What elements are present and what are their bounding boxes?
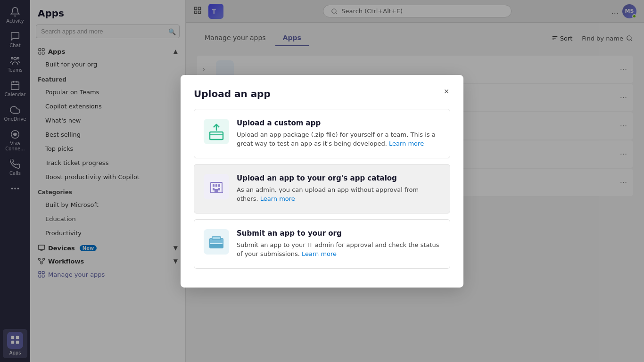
modal-option-custom-app-desc: Upload an app package (.zip file) for yo… [237, 130, 440, 148]
modal-option-custom-app[interactable]: Upload a custom app Upload an app packag… [194, 109, 450, 158]
modal-option-org-catalog-content: Upload an app to your org's app catalog … [237, 174, 440, 204]
svg-rect-64 [210, 244, 223, 248]
modal-option-org-catalog-desc: As an admin, you can upload an app witho… [237, 185, 440, 204]
svg-rect-56 [218, 184, 220, 187]
modal-option-submit-app-desc: Submit an app to your IT admin for appro… [237, 240, 440, 259]
modal-title: Upload an app [194, 88, 450, 99]
modal-option-custom-app-content: Upload a custom app Upload an app packag… [237, 119, 440, 148]
modal-option-submit-app-content: Submit an app to your org Submit an app … [237, 229, 440, 259]
svg-rect-54 [213, 184, 215, 187]
modal-option-org-catalog[interactable]: Upload an app to your org's app catalog … [194, 164, 450, 214]
modal-option-custom-app-title: Upload a custom app [237, 119, 440, 127]
modal-option2-learn-more-link[interactable]: Learn more [260, 195, 295, 202]
submit-app-icon [204, 229, 229, 255]
svg-rect-58 [218, 188, 220, 190]
upload-org-icon [204, 174, 229, 199]
svg-rect-59 [215, 189, 218, 193]
svg-rect-57 [213, 188, 215, 190]
modal-option3-learn-more-link[interactable]: Learn more [302, 250, 337, 257]
modal-close-button[interactable]: × [439, 84, 454, 99]
modal-option1-learn-more-link[interactable]: Learn more [389, 140, 424, 147]
upload-app-modal: Upload an app × Upload a custom app [181, 75, 463, 288]
modal-overlay[interactable]: Upload an app × Upload a custom app [0, 0, 644, 362]
svg-rect-65 [212, 237, 221, 239]
modal-option-submit-app[interactable]: Submit an app to your org Submit an app … [194, 219, 450, 269]
modal-option-submit-app-title: Submit an app to your org [237, 229, 440, 238]
svg-rect-55 [215, 184, 217, 187]
modal-option-org-catalog-title: Upload an app to your org's app catalog [237, 174, 440, 182]
upload-custom-icon [204, 119, 229, 144]
